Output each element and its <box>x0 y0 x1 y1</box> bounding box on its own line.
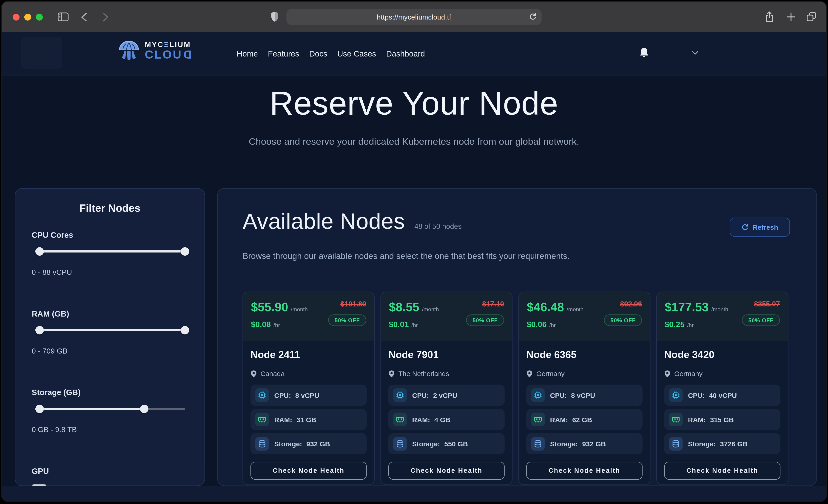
node-card: $46.48/month $0.06/hr $92.96 50% OFF Nod… <box>519 292 651 485</box>
node-card: $55.90/month $0.08/hr $101.80 50% OFF No… <box>242 292 375 485</box>
forward-icon[interactable] <box>102 13 109 22</box>
cpu-icon <box>393 388 407 402</box>
slider-thumb-min[interactable] <box>35 326 44 334</box>
cpu-icon <box>531 388 545 402</box>
share-icon[interactable] <box>764 11 774 23</box>
filter-range-text: 0 GB - 9.8 TB <box>32 425 188 434</box>
address-bar[interactable]: https://myceliumcloud.tf <box>286 9 542 25</box>
ram-range-slider[interactable] <box>35 326 185 335</box>
hourly-price: $0.06 <box>527 320 546 329</box>
site-logo[interactable]: MYCΞLIUM CLOUD <box>117 40 192 61</box>
ram-icon <box>393 413 407 426</box>
navbar: MYCΞLIUM CLOUD Home Features Docs Use Ca… <box>2 32 826 76</box>
check-node-health-button[interactable]: Check Node Health <box>526 462 643 480</box>
hourly-price: $0.01 <box>389 320 409 329</box>
monthly-price: $46.48 <box>527 300 564 314</box>
cpu-range-slider[interactable] <box>35 247 185 256</box>
spec-row-cpu: CPU:8 vCPU <box>526 384 643 406</box>
filter-title: Filter Nodes <box>32 202 188 215</box>
slider-thumb-max[interactable] <box>181 326 189 334</box>
screen: https://myceliumcloud.tf <box>0 0 828 504</box>
mushroom-logo-icon <box>117 40 140 61</box>
nodes-title: Available Nodes <box>242 209 405 234</box>
hourly-price: $0.25 <box>665 320 685 329</box>
page-content: MYCΞLIUM CLOUD Home Features Docs Use Ca… <box>2 32 826 501</box>
check-node-health-button[interactable]: Check Node Health <box>250 462 367 480</box>
spec-row-cpu: CPU:2 vCPU <box>388 384 505 406</box>
ram-icon <box>255 413 269 426</box>
refresh-button[interactable]: Refresh <box>730 218 790 237</box>
price-header: $177.53/month $0.25/hr $355.07 50% OFF <box>657 292 788 341</box>
privacy-shield-icon[interactable] <box>271 11 279 22</box>
ram-icon <box>669 413 683 426</box>
slider-track[interactable] <box>35 250 185 252</box>
nav-link-features[interactable]: Features <box>268 49 299 58</box>
available-nodes-panel: Available Nodes 48 of 50 nodes Refresh B… <box>217 188 817 486</box>
storage-icon <box>531 437 545 451</box>
tab-overview-icon[interactable] <box>806 12 817 22</box>
node-card: $177.53/month $0.25/hr $355.07 50% OFF N… <box>656 292 788 485</box>
notification-bell-icon[interactable] <box>639 47 650 59</box>
storage-range-slider[interactable] <box>35 404 185 414</box>
refresh-icon <box>742 223 749 231</box>
spec-row-storage: Storage:550 GB <box>388 433 505 454</box>
filter-label: CPU Cores <box>32 230 188 239</box>
slider-thumb-max[interactable] <box>140 405 149 413</box>
discount-badge: 50% OFF <box>466 314 504 326</box>
price-header: $55.90/month $0.08/hr $101.80 50% OFF <box>243 292 374 341</box>
spec-row-ram: RAM:315 GB <box>664 409 780 430</box>
close-window-button[interactable] <box>13 14 19 21</box>
nav-link-home[interactable]: Home <box>237 49 258 58</box>
zoom-window-button[interactable] <box>36 14 43 21</box>
nodes-count: 48 of 50 nodes <box>414 222 461 230</box>
sidebar-toggle-icon[interactable] <box>58 12 69 22</box>
nav-links: Home Features Docs Use Cases Dashboard <box>237 32 425 76</box>
check-node-health-button[interactable]: Check Node Health <box>664 462 780 480</box>
node-name: Node 7901 <box>388 349 505 361</box>
reload-icon[interactable] <box>529 13 537 21</box>
location-pin-icon <box>526 370 533 378</box>
filter-label: Storage (GB) <box>32 388 188 397</box>
browser-window: https://myceliumcloud.tf <box>2 2 826 501</box>
node-cards: $55.90/month $0.08/hr $101.80 50% OFF No… <box>242 292 788 485</box>
nav-link-docs[interactable]: Docs <box>309 49 328 58</box>
nav-link-dashboard[interactable]: Dashboard <box>386 49 425 58</box>
slider-track[interactable] <box>35 408 144 410</box>
user-menu-chevron-down-icon[interactable] <box>692 51 699 55</box>
node-location: Germany <box>674 370 703 378</box>
node-name: Node 6365 <box>526 349 643 361</box>
slider-thumb-min[interactable] <box>35 247 44 256</box>
spec-row-cpu: CPU:8 vCPU <box>250 384 367 406</box>
old-price: $355.07 <box>754 300 780 308</box>
nodes-subtitle: Browse through our available nodes and s… <box>242 252 570 261</box>
node-location: The Netherlands <box>399 370 449 378</box>
minimize-window-button[interactable] <box>24 14 31 21</box>
navbar-artifact <box>21 37 62 69</box>
spec-row-storage: Storage:3726 GB <box>664 433 780 454</box>
spec-row-ram: RAM:4 GB <box>388 409 505 430</box>
filter-group-cpu: CPU Cores 0 - 88 vCPU <box>32 230 188 276</box>
spec-row-ram: RAM:31 GB <box>250 409 367 430</box>
new-tab-icon[interactable] <box>787 13 795 21</box>
spec-row-ram: RAM:62 GB <box>526 409 643 430</box>
old-price: $101.80 <box>340 300 366 308</box>
gpu-checkbox[interactable] <box>32 484 46 486</box>
node-name: Node 2411 <box>250 349 367 361</box>
discount-badge: 50% OFF <box>604 314 642 326</box>
discount-badge: 50% OFF <box>328 314 366 326</box>
back-icon[interactable] <box>81 13 87 22</box>
slider-thumb-min[interactable] <box>35 405 44 413</box>
slider-thumb-max[interactable] <box>181 247 189 256</box>
slider-track[interactable] <box>35 329 185 331</box>
storage-icon <box>393 437 407 451</box>
spec-row-storage: Storage:932 GB <box>526 433 643 454</box>
price-header: $46.48/month $0.06/hr $92.96 50% OFF <box>519 292 650 341</box>
discount-badge: 50% OFF <box>742 314 780 326</box>
page-subtitle: Choose and reserve your dedicated Kubern… <box>2 136 826 147</box>
monthly-price: $8.55 <box>389 300 419 314</box>
node-location: Germany <box>536 370 565 378</box>
node-card: $8.55/month $0.01/hr $17.10 50% OFF Node… <box>380 292 512 485</box>
check-node-health-button[interactable]: Check Node Health <box>388 462 505 480</box>
logo-text: MYCΞLIUM CLOUD <box>145 40 192 60</box>
nav-link-use-cases[interactable]: Use Cases <box>337 49 376 58</box>
